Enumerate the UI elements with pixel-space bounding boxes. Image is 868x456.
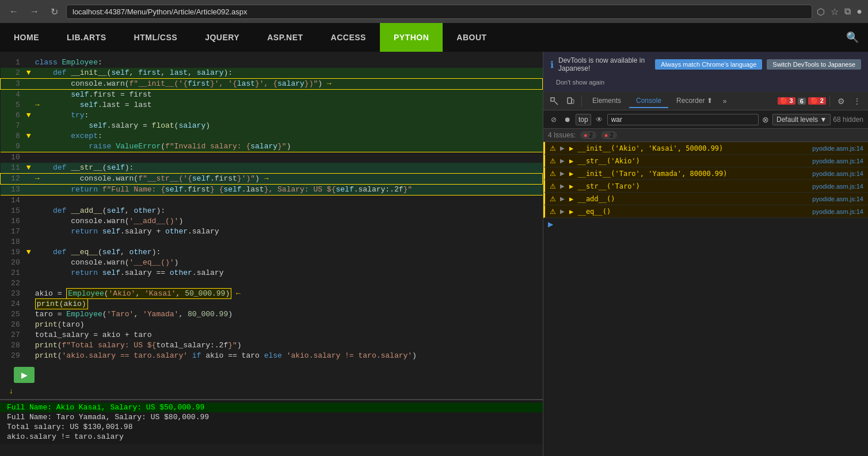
warn-icon-3: ⚠	[550, 170, 557, 178]
refresh-button[interactable]: ↻	[47, 4, 62, 20]
line-number: 20	[1, 258, 25, 268]
line-expand: ▼	[25, 110, 33, 121]
console-prompt: ▶	[543, 218, 868, 231]
entry-expand-1[interactable]: ▶	[560, 145, 566, 151]
nav-access[interactable]: ACCESS	[317, 23, 380, 52]
output-line-3: Total salary: US $130,001.98	[0, 422, 543, 432]
tab-console[interactable]: Console	[629, 94, 668, 108]
settings-button[interactable]: ⚙	[833, 94, 848, 109]
back-button[interactable]: ←	[6, 4, 22, 19]
warn-count: 2	[589, 132, 593, 139]
line-code: return self.salary + other.salary	[33, 227, 543, 237]
extensions-icon[interactable]: ⧉	[844, 6, 851, 17]
line-code: def __init__(self, first, last, salary):	[33, 68, 543, 79]
table-row: 12 → console.warn(f"__str__('{self.first…	[1, 174, 543, 185]
forward-button[interactable]: →	[26, 4, 43, 19]
entry-text-1: ▶ __init__('Akio', 'Kasai', 50000.99)	[569, 144, 809, 152]
warn-icon-4: ⚠	[550, 182, 557, 190]
svg-line-1	[555, 102, 558, 105]
filter-input[interactable]	[607, 114, 759, 125]
console-entry-eq: ⚠ ▶ ▶ __eq__() pyodide.asm.js:14	[543, 205, 868, 218]
error-issues-badge[interactable]: ● 2	[601, 131, 617, 139]
line-number: 13	[1, 185, 25, 196]
nav-jquery[interactable]: JQUERY	[191, 23, 253, 52]
nav-home[interactable]: HOME	[0, 23, 53, 52]
line-number: 6	[1, 110, 25, 121]
line-code: def __eq__(self, other):	[33, 247, 543, 258]
entry-expand-5[interactable]: ▶	[560, 196, 566, 202]
line-number: 3	[1, 79, 25, 90]
nav-libarts[interactable]: LIB.ARTS	[53, 23, 120, 52]
line-code: print(taro)	[33, 320, 543, 330]
dont-show-again-button[interactable]: Don't show again	[550, 77, 610, 87]
eye-icon[interactable]: 👁	[593, 116, 605, 124]
line-expand: ▼	[25, 247, 33, 258]
entry-expand-4[interactable]: ▶	[560, 183, 566, 189]
address-bar[interactable]: localhost:44387/Menu/Python/Article/Arti…	[66, 5, 812, 19]
output-line-4: akio.salary != taro.salary	[0, 432, 543, 442]
entry-source-1[interactable]: pyodide.asm.js:14	[812, 145, 863, 152]
warn-icon-5: ⚠	[550, 195, 557, 203]
entry-source-4[interactable]: pyodide.asm.js:14	[812, 183, 863, 190]
star-icon[interactable]: ☆	[831, 6, 839, 17]
switch-language-button[interactable]: Switch DevTools to Japanese	[767, 59, 861, 70]
block-icon[interactable]: ⊘	[548, 116, 559, 124]
line-code: def __str__(self):	[33, 163, 543, 174]
table-row: 18	[1, 237, 543, 247]
warn-issues-badge[interactable]: ● 2	[580, 131, 596, 139]
tab-elements[interactable]: Elements	[585, 94, 628, 108]
table-row: 1 class Employee:	[1, 58, 543, 68]
main-content: 1 class Employee: 2 ▼ def __init__(self,…	[0, 52, 868, 456]
line-expand	[25, 79, 33, 90]
entry-source-3[interactable]: pyodide.asm.js:14	[812, 170, 863, 177]
table-row: 21 return self.salary == other.salary	[1, 268, 543, 278]
search-icon[interactable]: 🔍	[837, 23, 868, 52]
entry-expand-2[interactable]: ▶	[560, 158, 566, 164]
line-number: 14	[1, 196, 25, 206]
device-toolbar-button[interactable]	[563, 94, 578, 109]
table-row: 22	[1, 278, 543, 289]
entry-expand-6[interactable]: ▶	[560, 208, 566, 214]
levels-dropdown[interactable]: Default levels ▼	[772, 114, 831, 125]
line-number: 1	[1, 58, 25, 68]
line-expand	[25, 278, 33, 289]
line-expand	[25, 351, 33, 361]
line-expand	[25, 299, 33, 309]
nav-htmlcss[interactable]: HTML/CSS	[120, 23, 192, 52]
more-tabs-button[interactable]: »	[721, 97, 729, 105]
pause-on-exception-icon[interactable]: ⏺	[562, 116, 573, 124]
svg-rect-2	[568, 98, 572, 104]
line-number: 24	[1, 299, 25, 309]
entry-source-2[interactable]: pyodide.asm.js:14	[812, 158, 863, 164]
match-language-button[interactable]: Always match Chrome's language	[655, 59, 762, 70]
table-row: 19 ▼ def __eq__(self, other):	[1, 247, 543, 258]
tab-recorder[interactable]: Recorder ⬆	[669, 94, 719, 108]
inspect-element-button[interactable]	[547, 94, 562, 109]
entry-expand-3[interactable]: ▶	[560, 170, 566, 177]
line-expand	[25, 121, 33, 131]
more-options-button[interactable]: ⋮	[850, 94, 865, 109]
table-row: 25 taro = Employee('Taro', 'Yamada', 80_…	[1, 309, 543, 320]
context-dropdown[interactable]: top	[576, 114, 591, 125]
cast-icon[interactable]: ⬡	[817, 6, 825, 17]
table-row: 8 ▼ except:	[1, 131, 543, 141]
warn-icon-1: ⚠	[550, 144, 557, 152]
line-expand	[25, 330, 33, 340]
entry-source-6[interactable]: pyodide.asm.js:14	[812, 208, 863, 215]
entry-container: → ⚠ ▶ ▶ __init__('Akio', 'Kasai', 50000.…	[543, 142, 868, 231]
table-row: 6 ▼ try:	[1, 110, 543, 121]
line-code: taro = Employee('Taro', 'Yamada', 80_000…	[33, 309, 543, 320]
filter-clear-button[interactable]: ⊗	[761, 115, 770, 124]
line-number: 2	[1, 68, 25, 79]
entry-source-5[interactable]: pyodide.asm.js:14	[812, 196, 863, 202]
line-expand	[25, 58, 33, 68]
nav-python[interactable]: PYTHON	[380, 23, 443, 52]
line-code: print('akio.salary == taro.salary' if ak…	[33, 351, 543, 361]
profile-icon[interactable]: ●	[856, 6, 862, 17]
run-button[interactable]: ▶	[14, 367, 35, 383]
error-dot-1: ●	[584, 132, 588, 139]
line-number: 15	[1, 206, 25, 216]
nav-aspnet[interactable]: ASP.NET	[253, 23, 317, 52]
table-row: 29 print('akio.salary == taro.salary' if…	[1, 351, 543, 361]
nav-about[interactable]: ABOUT	[443, 23, 500, 52]
